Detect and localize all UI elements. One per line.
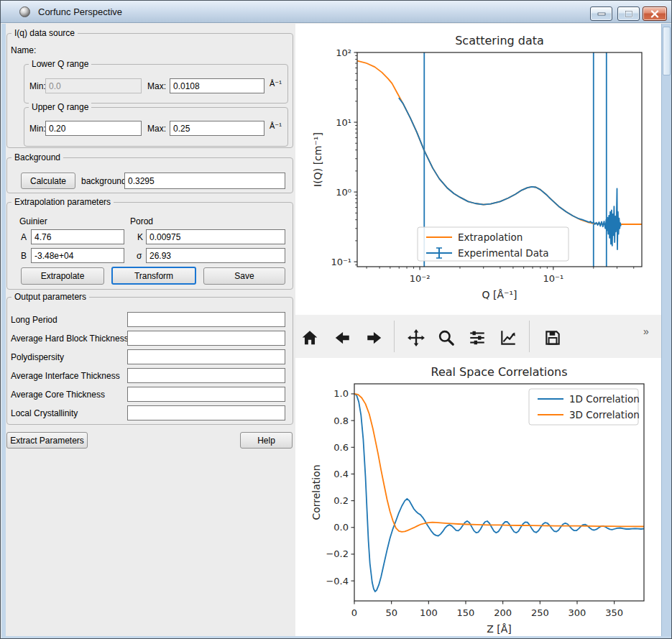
lower-max-input[interactable] (170, 78, 264, 93)
polydispersity-label: Polydispersity (11, 352, 64, 362)
forward-arrow-icon (365, 328, 384, 347)
svg-text:1D Correlation: 1D Correlation (569, 393, 640, 405)
background-label: background (81, 176, 126, 186)
save-button[interactable]: Save (203, 267, 285, 285)
hard-block-label: Average Hard Block Thickness (11, 334, 129, 344)
edit-axes-button[interactable] (496, 327, 520, 349)
close-button[interactable] (643, 6, 667, 21)
pan-icon (407, 328, 425, 347)
upper-min-input[interactable] (45, 121, 142, 136)
window-title: Corfunc Perspective (38, 1, 122, 23)
svg-text:10⁻¹: 10⁻¹ (543, 273, 564, 284)
lower-max-label: Max: (147, 81, 166, 91)
svg-text:200: 200 (494, 607, 512, 618)
k-input[interactable] (146, 229, 285, 244)
toolbar-separator (394, 321, 395, 352)
floppy-save-icon (543, 328, 562, 347)
sliders-icon (468, 328, 487, 347)
zoom-button[interactable] (434, 327, 459, 349)
name-label: Name: (11, 45, 36, 55)
group-output-title: Output parameters (11, 292, 89, 302)
vertical-scrollbar[interactable] (661, 24, 671, 636)
svg-text:0.8: 0.8 (333, 415, 349, 426)
svg-text:Extrapolation: Extrapolation (458, 231, 523, 243)
long-period-input[interactable] (127, 312, 285, 327)
svg-text:10⁻²: 10⁻² (410, 273, 431, 284)
b-input[interactable] (31, 248, 124, 263)
upper-max-label: Max: (147, 124, 166, 134)
plot-toolbar: » (295, 315, 662, 358)
group-upper-q-title: Upper Q range (29, 102, 91, 112)
scrollbar-thumb[interactable] (663, 27, 671, 75)
toolbar-separator (529, 321, 530, 352)
svg-text:0.4: 0.4 (333, 469, 349, 479)
a-input[interactable] (31, 229, 124, 244)
svg-text:1.0: 1.0 (333, 388, 349, 399)
svg-text:Q [Å⁻¹]: Q [Å⁻¹] (482, 289, 517, 300)
calculate-button[interactable]: Calculate (21, 173, 75, 189)
svg-text:100: 100 (420, 607, 438, 618)
svg-text:10²: 10² (336, 47, 351, 58)
core-input[interactable] (127, 387, 285, 402)
svg-text:0.6: 0.6 (333, 442, 349, 453)
upper-unit-label: Å⁻¹ (270, 121, 282, 131)
lower-unit-label: Å⁻¹ (270, 79, 282, 88)
sigma-label: σ (137, 251, 142, 261)
porod-header: Porod (130, 216, 153, 226)
svg-text:−0.2: −0.2 (326, 548, 349, 559)
minimize-button[interactable] (590, 6, 612, 21)
svg-text:Correlation: Correlation (310, 464, 322, 520)
svg-text:Experimental Data: Experimental Data (458, 247, 549, 259)
pan-button[interactable] (404, 327, 428, 349)
svg-text:0: 0 (351, 607, 357, 618)
correlation-chart[interactable]: 0501001502002503003501.00.80.60.40.20.0−… (295, 358, 662, 637)
corfunc-window: Corfunc Perspective I(q) data source Nam… (0, 0, 672, 639)
svg-text:300: 300 (569, 607, 586, 618)
save-figure-button[interactable] (540, 327, 565, 349)
group-background-title: Background (11, 152, 63, 162)
upper-min-label: Min: (29, 124, 46, 134)
toolbar-overflow-chevron[interactable]: » (643, 326, 648, 337)
help-button[interactable]: Help (240, 432, 293, 449)
back-arrow-icon (333, 328, 351, 347)
upper-max-input[interactable] (170, 121, 264, 136)
maximize-icon (625, 10, 633, 18)
svg-text:Z [Å]: Z [Å] (487, 623, 512, 635)
core-label: Average Core Thickness (11, 390, 105, 400)
hard-block-input[interactable] (127, 331, 285, 346)
svg-text:350: 350 (605, 607, 623, 618)
extract-parameters-button[interactable]: Extract Parameters (6, 432, 88, 449)
svg-text:Real Space Correlations: Real Space Correlations (431, 365, 568, 379)
svg-text:250: 250 (531, 607, 549, 618)
back-button[interactable] (330, 327, 354, 349)
svg-text:10⁰: 10⁰ (336, 187, 351, 198)
svg-text:150: 150 (457, 607, 475, 618)
svg-text:10⁻¹: 10⁻¹ (331, 257, 351, 267)
app-icon (19, 6, 30, 17)
svg-text:50: 50 (385, 607, 397, 618)
titlebar[interactable]: Corfunc Perspective (1, 1, 671, 23)
configure-subplots-button[interactable] (465, 327, 489, 349)
home-button[interactable] (298, 327, 322, 349)
forward-button[interactable] (362, 327, 387, 349)
scattering-chart[interactable]: 10⁻²10⁻¹10⁻¹10⁰10¹10²Scattering dataQ [Å… (295, 29, 662, 315)
close-icon (650, 10, 659, 18)
b-label: B (21, 251, 27, 261)
background-input[interactable] (124, 173, 285, 189)
sigma-input[interactable] (146, 248, 285, 263)
magnifier-icon (437, 328, 456, 347)
svg-text:I(Q) [cm⁻¹]: I(Q) [cm⁻¹] (312, 132, 323, 187)
maximize-button[interactable] (617, 6, 640, 21)
interface-label: Average Interface Thickness (11, 371, 120, 381)
polydispersity-input[interactable] (127, 349, 285, 364)
extrapolate-button[interactable]: Extrapolate (21, 267, 104, 285)
minimize-icon (597, 10, 606, 17)
lower-min-label: Min: (29, 81, 46, 91)
crystallinity-input[interactable] (127, 405, 285, 420)
group-lower-q-title: Lower Q range (29, 59, 91, 69)
group-extrapolation-title: Extrapolation parameters (11, 197, 114, 207)
interface-input[interactable] (127, 368, 285, 383)
svg-text:Scattering data: Scattering data (455, 34, 544, 47)
svg-text:3D Correlation: 3D Correlation (569, 409, 640, 420)
transform-button[interactable]: Transform (111, 267, 196, 285)
